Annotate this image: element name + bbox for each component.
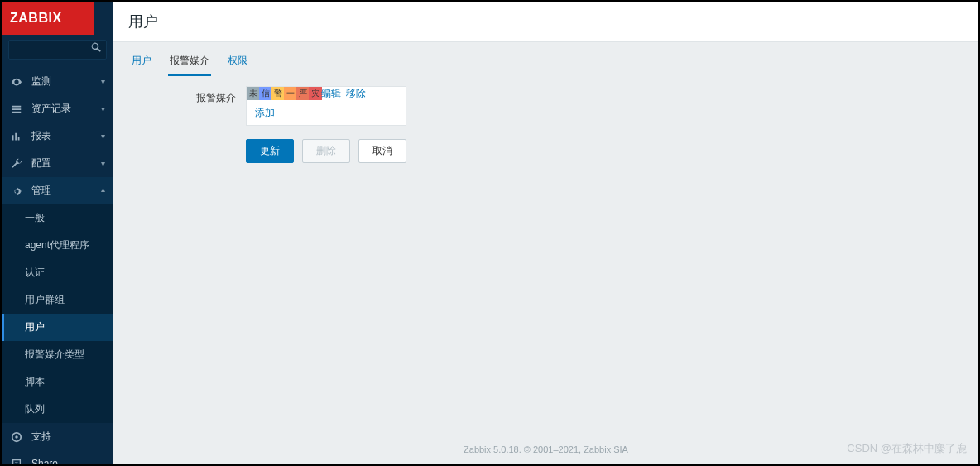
nav-label: 资产记录: [31, 102, 71, 116]
gear-icon: [10, 185, 23, 198]
tab-user[interactable]: 用户: [130, 50, 153, 76]
subnav-users[interactable]: 用户: [2, 314, 113, 341]
subnav-scripts[interactable]: 脚本: [2, 368, 113, 396]
severity-disaster: 灾: [309, 87, 322, 100]
subnav-queue[interactable]: 队列: [2, 396, 113, 423]
tabs: 用户 报警媒介 权限: [113, 42, 978, 76]
edit-link[interactable]: 编辑: [321, 87, 341, 101]
remove-link[interactable]: 移除: [346, 87, 366, 101]
tab-media[interactable]: 报警媒介: [168, 50, 211, 76]
nav-monitoring[interactable]: 监测 ▾: [2, 68, 113, 95]
nav-label: 报表: [31, 129, 51, 143]
subnav-user-groups[interactable]: 用户群组: [2, 286, 113, 314]
table-row: 未信警一严灾 编辑移除: [247, 87, 406, 101]
add-media-link[interactable]: 添加: [247, 101, 406, 125]
sidebar: ZABBIX 监测 ▾ 资产记: [2, 2, 113, 464]
wrench-icon: [10, 157, 23, 171]
subnav-media-types[interactable]: 报警媒介类型: [2, 341, 113, 368]
nav-label: 支持: [31, 430, 51, 444]
nav-inventory[interactable]: 资产记录 ▾: [2, 95, 113, 123]
share-icon: Z: [10, 457, 23, 466]
delete-button: 删除: [302, 139, 350, 163]
nav-label: 管理: [31, 184, 51, 198]
nav-admin-sub: 一般 agent代理程序 认证 用户群组 用户 报警媒介类型 脚本 队列: [2, 204, 113, 423]
nav-administration[interactable]: 管理 ▾: [2, 177, 113, 204]
nav-support[interactable]: 支持: [2, 423, 113, 450]
nav-reports[interactable]: 报表 ▾: [2, 123, 113, 150]
media-field-label: 报警媒介: [130, 86, 246, 105]
severity-information: 信: [259, 87, 272, 100]
nav-configuration[interactable]: 配置 ▾: [2, 150, 113, 177]
subnav-proxies[interactable]: agent代理程序: [2, 232, 113, 259]
nav-bottom: 支持 Z Share ? 帮助 User settings: [2, 423, 113, 466]
footer-text: Zabbix 5.0.18. © 2001–2021, Zabbix SIA: [113, 438, 978, 464]
subnav-authentication[interactable]: 认证: [2, 259, 113, 286]
nav-label: Share: [31, 458, 58, 466]
nav-label: 配置: [31, 156, 51, 171]
severity-warning: 警: [271, 87, 285, 100]
chevron-down-icon: ▾: [101, 77, 105, 86]
svg-point-1: [15, 435, 18, 439]
nav-main: 监测 ▾ 资产记录 ▾ 报表 ▾ 配置 ▾ 管理 ▾: [2, 68, 113, 204]
logo-row: ZABBIX: [2, 2, 113, 35]
severity-high: 严: [296, 87, 310, 100]
chevron-down-icon: ▾: [101, 104, 105, 113]
main: 用户 用户 报警媒介 权限 报警媒介: [113, 2, 978, 464]
cancel-button[interactable]: 取消: [358, 139, 406, 163]
update-button[interactable]: 更新: [246, 139, 294, 163]
support-icon: [10, 430, 23, 444]
tab-permissions[interactable]: 权限: [226, 50, 249, 76]
eye-icon: [10, 75, 23, 89]
nav-label: 监测: [31, 74, 51, 89]
nav-share[interactable]: Z Share: [2, 450, 113, 466]
page-title: 用户: [113, 2, 978, 42]
svg-text:Z: Z: [14, 461, 18, 466]
chevron-down-icon: ▾: [101, 159, 105, 168]
chevron-down-icon: ▾: [101, 132, 105, 141]
brand-logo: ZABBIX: [2, 2, 94, 35]
chart-icon: [10, 130, 23, 143]
list-icon: [10, 103, 23, 116]
severity-average: 一: [284, 87, 297, 100]
subnav-general[interactable]: 一般: [2, 204, 113, 232]
severity-not-classified: 未: [247, 87, 260, 100]
chevron-up-icon: ▾: [101, 186, 105, 195]
media-table: 未信警一严灾 编辑移除 添加: [246, 86, 406, 126]
